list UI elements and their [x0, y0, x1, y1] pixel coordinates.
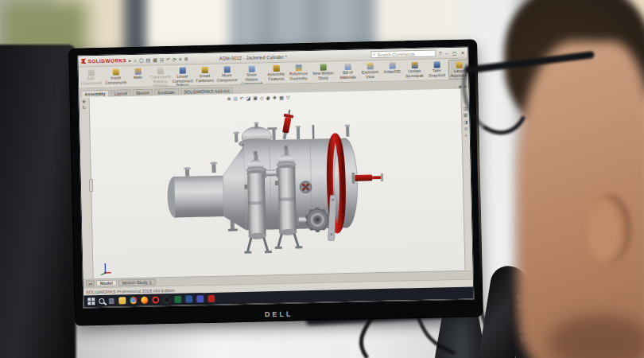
- help-icon[interactable]: ?: [438, 51, 442, 56]
- ribbon-button-mate[interactable]: Mate: [127, 67, 149, 88]
- reference-geometry-icon: [295, 64, 301, 71]
- office-photo-scene: SOLIDWORKS ▸ ⌂ ▢ ▤ ▦ ⊟ ↶ ⟳ ≡ ⚙ ASM-0012 …: [0, 0, 644, 358]
- ribbon-button-linear-component-pattern[interactable]: Linear Component Pattern: [172, 65, 194, 86]
- instant3d-icon: [389, 63, 395, 69]
- search-icon: ⌕: [373, 52, 376, 57]
- ribbon-button-update-speedpak[interactable]: Update Speedpak: [404, 60, 426, 81]
- appearances-scenes-icon[interactable]: ◎: [464, 127, 468, 132]
- rollback-icon[interactable]: ↻: [82, 105, 86, 110]
- acrobat-icon[interactable]: [208, 295, 215, 302]
- person-head: [517, 41, 644, 358]
- graphics-viewport[interactable]: ◈ ↻ ⊕ ⊡ ↶ ◪ ▣ ◇ ◉ ❖ ▦ ▽: [80, 88, 473, 278]
- ribbon-button-exploded-view[interactable]: Exploded View: [359, 61, 382, 82]
- person-ear: [587, 194, 631, 264]
- ribbon-button-edit-component[interactable]: Edit Component: [80, 68, 103, 88]
- cad-model-pressure-vessel[interactable]: [149, 105, 388, 270]
- secondary-monitor-back: [0, 45, 76, 358]
- edit-appearance-icon[interactable]: ❖: [273, 95, 277, 100]
- new-document-icon[interactable]: ▢: [139, 57, 144, 62]
- word-icon[interactable]: [185, 295, 192, 302]
- tab-scroll-arrows[interactable]: ◂◂: [86, 280, 95, 286]
- solidworks-brand: SOLIDWORKS: [87, 57, 126, 64]
- exploded-view-icon: [367, 63, 373, 69]
- minimize-icon[interactable]: –: [444, 51, 448, 56]
- panel-splitter-handle[interactable]: [89, 179, 93, 192]
- previous-view-icon[interactable]: ↶: [239, 95, 243, 101]
- file-explorer-taskbar-icon[interactable]: [118, 297, 126, 304]
- media-app-icon[interactable]: [163, 296, 170, 303]
- relief-valve-red[interactable]: [280, 109, 295, 140]
- tab-motion-study-1[interactable]: Motion Study 1: [118, 278, 156, 286]
- view-orientation-icon[interactable]: ▣: [253, 95, 258, 100]
- smart-fasteners-icon: [201, 67, 208, 73]
- display-style-icon[interactable]: ◇: [260, 95, 264, 100]
- ribbon-button-take-snapshot[interactable]: Take Snapshot: [426, 60, 448, 80]
- component-preview-window-icon: [157, 68, 163, 74]
- mate-icon: [134, 68, 141, 75]
- solidworks-logo-icon: [80, 58, 86, 64]
- ribbon-button-bill-of-materials[interactable]: Bill of Materials: [337, 62, 359, 83]
- ribbon-button-smart-fasteners[interactable]: Smart Fasteners: [194, 65, 216, 86]
- show-hidden-components-icon: [248, 66, 254, 72]
- ribbon-button-component-preview-window[interactable]: Component Preview Window: [149, 66, 172, 87]
- ribbon-button-insert-components[interactable]: Insert Components: [105, 67, 127, 88]
- zoom-to-fit-icon[interactable]: ⊕: [227, 95, 231, 101]
- dell-monitor: SOLIDWORKS ▸ ⌂ ▢ ▤ ▦ ⊟ ↶ ⟳ ≡ ⚙ ASM-0012 …: [68, 39, 483, 326]
- view-palette-icon[interactable]: ◨: [464, 120, 467, 125]
- bill-of-materials-icon: [344, 64, 351, 70]
- firefox-icon[interactable]: [141, 297, 148, 304]
- search-commands-box[interactable]: ⌕ Search Commands: [370, 49, 436, 58]
- zoom-to-area-icon[interactable]: ⊡: [233, 95, 237, 101]
- left-shell[interactable]: [168, 176, 224, 218]
- move-component-icon: [223, 66, 230, 72]
- start-button[interactable]: [87, 298, 95, 305]
- solidworks-window: SOLIDWORKS ▸ ⌂ ▢ ▤ ▦ ⊟ ↶ ⟳ ≡ ⚙ ASM-0012 …: [77, 46, 474, 308]
- save-icon[interactable]: ▦: [153, 57, 157, 62]
- excel-icon[interactable]: [174, 296, 181, 303]
- new-motion-study-icon: [320, 64, 326, 71]
- custom-properties-icon[interactable]: ≡: [465, 134, 467, 138]
- taskbar-search-icon[interactable]: [99, 298, 104, 304]
- chrome-icon[interactable]: [130, 297, 137, 304]
- front-flange-wheel[interactable]: [300, 181, 312, 193]
- hide-show-items-icon[interactable]: ◉: [266, 95, 270, 100]
- print-icon[interactable]: ⊟: [160, 57, 164, 62]
- ribbon-button-instant3d[interactable]: Instant3D: [382, 60, 404, 81]
- heads-up-view-toolbar: ⊕ ⊡ ↶ ◪ ▣ ◇ ◉ ❖ ▦ ▽: [227, 95, 289, 102]
- take-snapshot-icon: [433, 61, 440, 68]
- apply-scene-icon[interactable]: ▦: [279, 95, 284, 100]
- ribbon-button-show-hidden-components[interactable]: Show Hidden Components: [241, 64, 263, 84]
- insert-components-icon: [112, 68, 118, 75]
- update-speedpak-icon: [411, 62, 417, 68]
- large-assembly-mode-icon: [456, 62, 462, 68]
- assembly-features-icon: [273, 65, 279, 72]
- home-icon[interactable]: ⌂: [134, 57, 137, 62]
- undo-icon[interactable]: ↶: [166, 56, 170, 61]
- window-title: ASM-0012 - Jacketed Cylinder *: [173, 53, 332, 62]
- search-placeholder: Search Commands: [377, 52, 414, 57]
- close-icon[interactable]: ✕: [460, 50, 465, 55]
- ribbon-button-new-motion-study[interactable]: New Motion Study: [312, 62, 335, 83]
- edit-component-icon: [87, 69, 94, 76]
- teams-icon[interactable]: [196, 295, 204, 302]
- opera-icon[interactable]: [152, 296, 159, 303]
- reducer-cone[interactable]: [223, 146, 246, 231]
- maximize-icon[interactable]: ▢: [452, 50, 458, 55]
- tab-model[interactable]: Model: [96, 280, 117, 287]
- linear-component-pattern-icon: [179, 68, 185, 74]
- flyout-arrow-icon[interactable]: ▸: [129, 58, 131, 63]
- file-explorer-icon[interactable]: ▦: [464, 114, 467, 119]
- origin-triad-icon: [99, 261, 111, 275]
- ribbon-button-assembly-features[interactable]: Assembly Features: [266, 64, 288, 84]
- view-settings-icon[interactable]: ▽: [286, 95, 290, 100]
- ribbon-button-move-component[interactable]: Move Component: [216, 64, 239, 85]
- assembly-tree-icon[interactable]: ◈: [82, 99, 86, 103]
- open-icon[interactable]: ▤: [145, 57, 150, 62]
- ribbon-button-reference-geometry[interactable]: Reference Geometry: [288, 63, 310, 84]
- section-view-icon[interactable]: ◪: [246, 95, 250, 101]
- task-view-icon[interactable]: ▥: [108, 298, 114, 304]
